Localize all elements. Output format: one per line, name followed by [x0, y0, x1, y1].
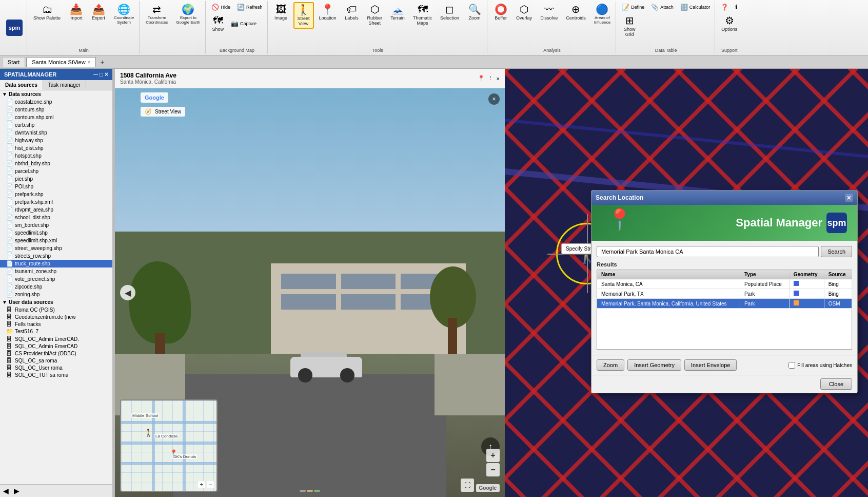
tab-close-icon[interactable]: × [88, 60, 91, 65]
result-row-2[interactable]: Memorial Park, Santa Monica, California,… [597, 299, 852, 309]
street-view-button[interactable]: 🚶 StreetView [293, 2, 314, 29]
search-input[interactable] [597, 246, 819, 257]
labels-button[interactable]: 🏷 Labels [342, 2, 362, 23]
location-button[interactable]: 📍 Location [316, 2, 340, 23]
tree-item-prefpark[interactable]: 📄prefpark.shp [0, 190, 112, 198]
sv-zoom-in[interactable]: + [486, 449, 500, 462]
result-row-1[interactable]: Memorial Park, TX Park Bing [597, 289, 852, 299]
export-button[interactable]: 📤 Export [88, 2, 109, 23]
selection-button[interactable]: ◻ Selection [437, 2, 462, 23]
tree-item-fells-tracks[interactable]: 🗄Fells tracks [0, 320, 112, 328]
insert-envelope-button[interactable]: Insert Envelope [684, 359, 737, 371]
import-button[interactable]: 📥 Import [66, 2, 86, 23]
tree-item-rdvpmt-area[interactable]: 📄rdvpmt_area.shp [0, 206, 112, 214]
tree-item-pier[interactable]: 📄pier.shp [0, 175, 112, 183]
tree-data-sources-root[interactable]: ▼ Data sources [0, 90, 112, 98]
capture-button[interactable]: 📷 Capture [228, 18, 259, 29]
sv-nav-left[interactable]: ◀ [120, 285, 135, 300]
tree-item-poi[interactable]: 📄POI.shp [0, 183, 112, 190]
terrain-button[interactable]: 🗻 Terrain [387, 2, 408, 23]
hide-button[interactable]: 🚫 Hide [209, 2, 233, 12]
tree-item-vote-precinct[interactable]: 📄vote_precinct.shp [0, 275, 112, 283]
tree-item-cs-provider[interactable]: 🗄CS Provider.tblAct (ODBC) [0, 350, 112, 357]
tab-santa-monica[interactable]: Santa Monica StView × [26, 57, 96, 67]
sidebar-maximize-button[interactable]: □ [100, 71, 103, 78]
tree-item-nbrhd-bdry[interactable]: 📄nbrhd_bdry.shp [0, 160, 112, 167]
sv-map-type-1[interactable] [300, 490, 306, 492]
show-button[interactable]: 🗺 Show [209, 13, 227, 34]
dissolve-button[interactable]: 〰 Dissolve [537, 2, 561, 23]
show-grid-button[interactable]: ⊞ ShowGrid [619, 13, 640, 39]
tree-item-school-dist[interactable]: 📄school_dist.shp [0, 214, 112, 221]
tree-item-dwntwnist[interactable]: 📄dwntwnist.shp [0, 129, 112, 137]
coordinate-system-button[interactable]: 🌐 CoordinateSystem [111, 2, 137, 27]
tree-item-roma-oc-pgis[interactable]: 🗄Roma OC (PGIS) [0, 306, 112, 313]
show-palette-button[interactable]: 🗂 Show Palette [30, 2, 64, 23]
tree-item-sql-oc-admin-emercad[interactable]: 🗄SQL_OC_Admin EmerCAD [0, 342, 112, 350]
tree-item-sol-oc-tut-sa-roma[interactable]: 🗄SOL_OC_TUT sa roma [0, 371, 112, 378]
tab-add-button[interactable]: + [97, 57, 107, 67]
export-google-earth-button[interactable]: 🌍 Export toGoogle Earth [173, 2, 203, 27]
dialog-close-button[interactable]: × [845, 194, 853, 202]
minimap-zoom-in[interactable]: + [198, 481, 205, 488]
define-button[interactable]: 📝 Define [619, 2, 647, 12]
sv-more-icon[interactable]: ⋮ [488, 75, 494, 82]
refresh-button[interactable]: 🔄 Refresh [234, 2, 265, 12]
overlay-button[interactable]: ⬡ Overlay [513, 2, 535, 23]
centroids-button[interactable]: ⊕ Centroids [563, 2, 589, 23]
tree-item-speedlimit[interactable]: 📄speedlimit.shp [0, 229, 112, 237]
sv-expand-button[interactable]: ⛶ [461, 479, 474, 492]
tree-item-coastalzone[interactable]: 📄coastalzone.shp [0, 98, 112, 106]
tree-item-streets-row[interactable]: 📄streets_row.shp [0, 252, 112, 260]
attach-button[interactable]: 📎 Attach [648, 2, 676, 12]
tree-item-contours[interactable]: 📄contours.shp [0, 106, 112, 113]
sidebar-arrow-left[interactable]: ◀ [1, 486, 11, 496]
tree-item-curb[interactable]: 📄curb.shp [0, 121, 112, 129]
insert-geometry-button[interactable]: Insert Geometry [627, 359, 681, 371]
tree-item-sm-border[interactable]: 📄sm_border.shp [0, 221, 112, 229]
options-button[interactable]: ⚙ Options [718, 13, 740, 34]
sv-close-button[interactable]: × [497, 75, 500, 82]
tree-item-contours-xml[interactable]: 📄contours.shp.xml [0, 113, 112, 121]
sidebar-tab-task-manager[interactable]: Task manager [43, 80, 86, 90]
minimap-zoom-out[interactable]: − [207, 481, 214, 488]
result-row-0[interactable]: Santa Monica, CA Populated Place Bing [597, 279, 852, 289]
tree-item-geodatenzentrum[interactable]: 🗄Geodatenzentrum.de (new [0, 313, 112, 320]
tree-user-data-sources[interactable]: ▼ User data sources [0, 298, 112, 306]
sv-map-type-3[interactable] [314, 490, 320, 492]
sidebar-add-button[interactable]: ▶ [12, 486, 22, 496]
search-location-dialog[interactable]: Search Location × 📍 Spatial Manager spm … [591, 190, 858, 393]
tree-item-sql-oc-user-roma[interactable]: 🗄SQL_OC_User roma [0, 364, 112, 371]
tree-item-prefpark-xml[interactable]: 📄prefpark.shp.xml [0, 198, 112, 206]
tree-item-street-sweeping[interactable]: 📄street_sweeping.shp [0, 244, 112, 252]
tree-item-zipcode[interactable]: 📄zipcode.shp [0, 283, 112, 291]
tree-item-hotspot[interactable]: 📄hotspot.shp [0, 152, 112, 160]
sv-map-type-2[interactable] [307, 490, 313, 492]
tree-item-hist-dist[interactable]: 📄hist_dist.shp [0, 144, 112, 152]
sidebar-tab-data-sources[interactable]: Data sources [0, 80, 43, 90]
rubber-sheet-button[interactable]: ⬡ RubberSheet [364, 2, 386, 28]
sidebar-minimize-button[interactable]: ─ [93, 71, 98, 78]
image-button[interactable]: 🖼 Image [271, 2, 291, 23]
tab-start[interactable]: Start [2, 57, 25, 67]
buffer-button[interactable]: ⭕ Buffer [490, 2, 511, 23]
search-button[interactable]: Search [821, 246, 852, 257]
tree-item-parcel[interactable]: 📄parcel.shp [0, 167, 112, 175]
info-button[interactable]: ℹ [733, 2, 740, 12]
tree-item-truck-route[interactable]: 📄truck_route.shp [0, 260, 112, 267]
sidebar-close-button[interactable]: × [105, 71, 108, 78]
dialog-close-footer-button[interactable]: Close [820, 378, 852, 390]
help-button[interactable]: ❓ [718, 2, 731, 12]
thematic-maps-button[interactable]: 🗺 ThematicMaps [410, 2, 435, 28]
tree-item-zoning[interactable]: 📄zoning.shp [0, 291, 112, 298]
tree-item-tsunami-zone[interactable]: 📄tsunami_zone.shp [0, 267, 112, 275]
fill-hatches-checkbox[interactable] [788, 362, 795, 369]
tree-item-test516-7[interactable]: 📁Test516_7 [0, 328, 112, 335]
areas-of-influence-button[interactable]: 🔵 Areas ofInfluence [591, 2, 614, 27]
sv-zoom-out[interactable]: − [486, 463, 500, 476]
zoom-button[interactable]: 🔍 Zoom [464, 2, 485, 23]
calculator-button[interactable]: 🔢 Calculator [678, 2, 713, 12]
transform-button[interactable]: ⇄ TransformCoordinates [143, 2, 171, 27]
sv-image-close[interactable]: × [488, 93, 500, 105]
tree-item-sql-oc-sa-roma[interactable]: 🗄SQL_OC_sa roma [0, 357, 112, 364]
